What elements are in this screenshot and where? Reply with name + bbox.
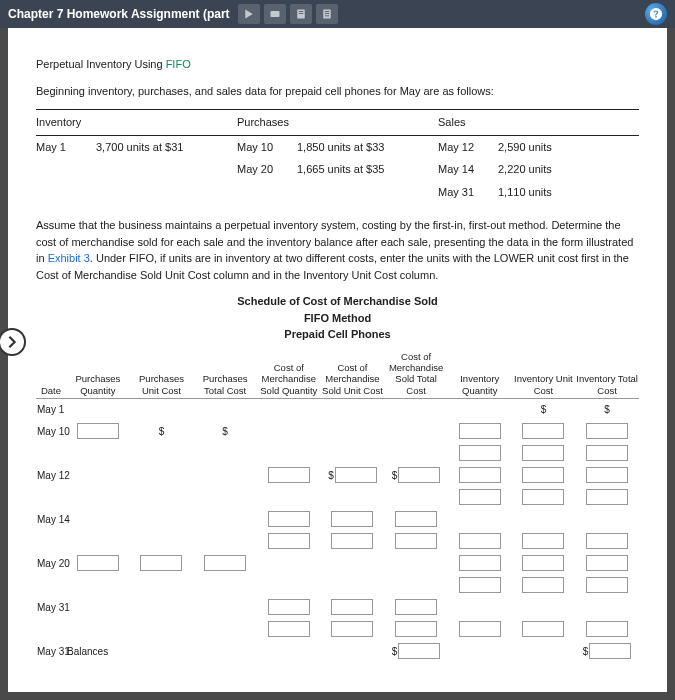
inp-may31b-cmsq[interactable]: [268, 621, 310, 637]
col-date: Date: [36, 349, 66, 399]
row-may10: May 10 $ $: [36, 420, 639, 442]
svg-rect-0: [270, 11, 279, 17]
inp-may14b-iuc[interactable]: [522, 533, 564, 549]
exhibit-link[interactable]: Exhibit 3: [48, 252, 90, 264]
row-may10b: [36, 442, 639, 464]
hdr-sales: Sales: [438, 110, 639, 135]
inp-may20-pq[interactable]: [77, 555, 119, 571]
inp-may12b-itc[interactable]: [586, 489, 628, 505]
inp-may10-itc[interactable]: [586, 423, 628, 439]
inv-row: May 13,700 units at $31: [36, 136, 237, 159]
data-table: Inventory Purchases Sales May 13,700 uni…: [36, 109, 639, 203]
inp-may20b-iuc[interactable]: [522, 577, 564, 593]
inp-may31b-cmsuc[interactable]: [331, 621, 373, 637]
svg-rect-3: [298, 13, 303, 14]
col-pq: Purchases Quantity: [66, 349, 130, 399]
inp-bal-cmstc[interactable]: [398, 643, 440, 659]
titlebar: Chapter 7 Homework Assignment (part: [0, 0, 675, 28]
inp-bal-itc[interactable]: [589, 643, 631, 659]
row-balances: May 31 Balances $ $: [36, 640, 639, 662]
inp-may31-cmsq[interactable]: [268, 599, 310, 615]
content-wrap: Perpetual Inventory Using FIFO Beginning…: [0, 28, 675, 700]
title-method: FIFO: [166, 58, 191, 70]
row-may12b: [36, 486, 639, 508]
inp-may20b-iq[interactable]: [459, 577, 501, 593]
inp-may12-cmstc[interactable]: [398, 467, 440, 483]
row-may31b: [36, 618, 639, 640]
inp-may10b-iq[interactable]: [459, 445, 501, 461]
section-title: Perpetual Inventory Using FIFO: [36, 56, 639, 73]
inp-may20-iq[interactable]: [459, 555, 501, 571]
schedule-product: Prepaid Cell Phones: [36, 326, 639, 343]
inp-may12-cmsuc[interactable]: [335, 467, 377, 483]
inp-may31b-cmstc[interactable]: [395, 621, 437, 637]
inp-may14-cmsuc[interactable]: [331, 511, 373, 527]
inp-may14b-cmsuc[interactable]: [331, 533, 373, 549]
inp-may20-iuc[interactable]: [522, 555, 564, 571]
lead-paragraph: Beginning inventory, purchases, and sale…: [36, 83, 639, 100]
inp-may10b-itc[interactable]: [586, 445, 628, 461]
pur-row: May 201,665 units at $35: [237, 158, 438, 181]
row-may31: May 31: [36, 596, 639, 618]
instructions: Assume that the business maintains a per…: [36, 217, 639, 283]
inp-may14b-cmstc[interactable]: [395, 533, 437, 549]
row-may1: May 1 $ $: [36, 399, 639, 421]
balances-label: Balances: [66, 640, 130, 662]
inp-may14b-iq[interactable]: [459, 533, 501, 549]
inp-may20-puc[interactable]: [140, 555, 182, 571]
window-title: Chapter 7 Homework Assignment (part: [8, 7, 230, 21]
svg-rect-7: [324, 16, 329, 17]
inp-may12b-iq[interactable]: [459, 489, 501, 505]
inp-may10-pq[interactable]: [77, 423, 119, 439]
col-ptc: Purchases Total Cost: [193, 349, 257, 399]
title-pre: Perpetual Inventory Using: [36, 58, 166, 70]
help-icon[interactable]: [645, 3, 667, 25]
inp-may12-cmsq[interactable]: [268, 467, 310, 483]
inp-may20-ptc[interactable]: [204, 555, 246, 571]
inp-may31b-itc[interactable]: [586, 621, 628, 637]
inp-may10-iq[interactable]: [459, 423, 501, 439]
hdr-inventory: Inventory: [36, 110, 237, 135]
row-may20: May 20: [36, 552, 639, 574]
col-iuc: Inventory Unit Cost: [512, 349, 576, 399]
inp-may14-cmstc[interactable]: [395, 511, 437, 527]
inp-may20-itc[interactable]: [586, 555, 628, 571]
inp-may20b-itc[interactable]: [586, 577, 628, 593]
pur-row: May 101,850 units at $33: [237, 136, 438, 159]
col-itc: Inventory Total Cost: [575, 349, 639, 399]
inp-may12-itc[interactable]: [586, 467, 628, 483]
titlebar-icons: [238, 4, 338, 24]
row-may14b: [36, 530, 639, 552]
instr-post: . Under FIFO, if units are in inventory …: [36, 252, 629, 281]
inp-may10-iuc[interactable]: [522, 423, 564, 439]
sal-row: May 142,220 units: [438, 158, 639, 181]
data-table-header: Inventory Purchases Sales: [36, 109, 639, 136]
inp-may31b-iuc[interactable]: [522, 621, 564, 637]
inp-may31-cmstc[interactable]: [395, 599, 437, 615]
sal-row: May 311,110 units: [438, 181, 639, 204]
col-puc: Purchases Unit Cost: [130, 349, 194, 399]
tool-icon-1[interactable]: [238, 4, 260, 24]
sal-row: May 122,590 units: [438, 136, 639, 159]
row-may12: May 12 $ $: [36, 464, 639, 486]
schedule-title: Schedule of Cost of Merchandise Sold: [36, 293, 639, 310]
inp-may31b-iq[interactable]: [459, 621, 501, 637]
tool-icon-3[interactable]: [290, 4, 312, 24]
col-cmsq: Cost of Merchandise Sold Quantity: [257, 349, 321, 399]
col-cmsuc: Cost of Merchandise Sold Unit Cost: [321, 349, 385, 399]
data-table-rows: May 13,700 units at $31 May 101,850 unit…: [36, 136, 639, 204]
inp-may12-iuc[interactable]: [522, 467, 564, 483]
tool-icon-4[interactable]: [316, 4, 338, 24]
schedule-table: Date Purchases Quantity Purchases Unit C…: [36, 349, 639, 663]
assignment-page: Perpetual Inventory Using FIFO Beginning…: [8, 28, 667, 692]
app-window: Chapter 7 Homework Assignment (part Perp…: [0, 0, 675, 700]
svg-rect-6: [324, 13, 329, 14]
inp-may10b-iuc[interactable]: [522, 445, 564, 461]
inp-may14b-cmsq[interactable]: [268, 533, 310, 549]
inp-may31-cmsuc[interactable]: [331, 599, 373, 615]
inp-may12-iq[interactable]: [459, 467, 501, 483]
inp-may12b-iuc[interactable]: [522, 489, 564, 505]
inp-may14b-itc[interactable]: [586, 533, 628, 549]
inp-may14-cmsq[interactable]: [268, 511, 310, 527]
tool-icon-2[interactable]: [264, 4, 286, 24]
